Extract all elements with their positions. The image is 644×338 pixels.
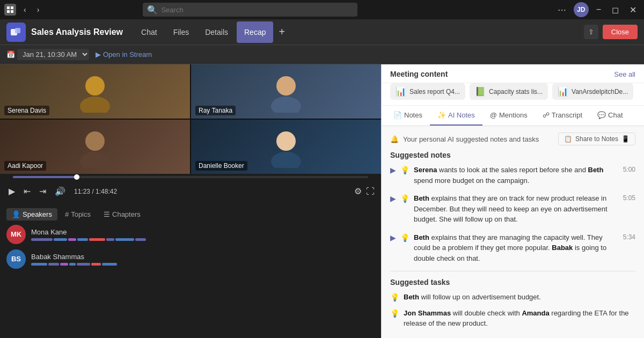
content-card-sales[interactable]: 📊 Sales report Q4... (390, 83, 465, 100)
notes-icon: 📄 (393, 111, 402, 119)
note-time-3: 5:34 (623, 233, 635, 241)
card-icon-capacity: 📗 (475, 86, 486, 97)
notes-tab-chat[interactable]: 💬 Chat (590, 106, 630, 126)
note-lamp-1: 💡 (400, 166, 409, 174)
skip-back-button[interactable]: ⇤ (21, 184, 33, 199)
note-text-1: Serena wants to look at the sales report… (414, 165, 617, 186)
date-dropdown[interactable]: Jan 21, 10:30 AM (17, 49, 89, 60)
volume-button[interactable]: 🔊 (53, 184, 68, 199)
bar-seg (68, 238, 76, 241)
bar-seg (135, 238, 146, 241)
main-content: Serena Davis Ray Tanaka (0, 64, 644, 338)
speaker-item-mona: MK Mona Kane (6, 225, 375, 244)
meeting-content-title: Meeting content (390, 70, 448, 78)
window-close-button[interactable]: ✕ (626, 3, 640, 17)
svg-point-8 (276, 76, 296, 95)
restore-button[interactable]: ◻ (609, 3, 622, 17)
bar-seg (77, 238, 88, 241)
mentions-icon: @ (490, 111, 497, 119)
svg-rect-0 (7, 6, 10, 9)
search-input[interactable] (161, 6, 353, 14)
search-bar[interactable]: 🔍 (143, 3, 357, 17)
note-item-1: ▶ 💡 Serena wants to look at the sales re… (390, 165, 635, 186)
tab-details[interactable]: Details (197, 21, 236, 43)
more-options-button[interactable]: ⋯ (554, 3, 569, 17)
participant-label-1: Serena Davis (4, 106, 49, 115)
chat-icon: 💬 (597, 111, 606, 119)
bar-seg (91, 263, 101, 266)
notes-tab-ai[interactable]: ✨ AI Notes (430, 106, 482, 126)
tab-recap[interactable]: Recap (237, 21, 273, 43)
tab-chapters[interactable]: ☰ Chapters (98, 208, 146, 221)
note-item-3: ▶ 💡 Beth explains that they are managing… (390, 232, 635, 264)
open-in-stream[interactable]: ▶ Open in Stream (96, 50, 152, 58)
bar-seg (31, 263, 47, 266)
svg-point-11 (80, 152, 110, 168)
titlebar-right: ⋯ JD − ◻ ✕ (554, 2, 640, 17)
speaker-avatar-mona: MK (6, 225, 26, 244)
appbar-right: ⇧ Close (584, 25, 638, 39)
ai-header: 🔔 Your personal AI suggested notes and t… (390, 133, 635, 145)
share-notes-button[interactable]: 📋 Share to Notes 📱 (558, 133, 635, 145)
note-expand-2[interactable]: ▶ (390, 194, 396, 203)
add-tab-button[interactable]: + (274, 24, 289, 40)
tab-topics[interactable]: # Topics (60, 208, 96, 221)
tab-files[interactable]: Files (166, 21, 197, 43)
bar-seg (115, 238, 134, 241)
appbar: Sales Analysis Review Chat Files Details… (0, 19, 644, 45)
share-button[interactable]: ⇧ (584, 25, 598, 39)
note-expand-3[interactable]: ▶ (390, 233, 396, 242)
subbar: 📅 Jan 21, 10:30 AM ▶ Open in Stream (0, 45, 644, 64)
see-all-link[interactable]: See all (614, 70, 635, 78)
svg-point-9 (271, 97, 301, 113)
date-selector[interactable]: 📅 Jan 21, 10:30 AM (6, 49, 89, 60)
video-cell-4: Danielle Booker (191, 120, 381, 174)
speaker-name-babak: Babak Shammas (31, 253, 375, 261)
share-notes-icon: 📋 (564, 135, 572, 143)
video-cell-1: Serena Davis (0, 64, 190, 119)
forward-button[interactable]: › (34, 3, 43, 16)
bar-seg (31, 238, 53, 241)
tab-chat[interactable]: Chat (134, 21, 165, 43)
video-cell-3: Aadi Kapoor (0, 120, 190, 174)
tab-speakers[interactable]: 👤 Speakers (6, 208, 57, 221)
card-icon-pitch: 📊 (558, 86, 568, 97)
notes-tab-transcript[interactable]: ☍ Transcript (535, 106, 590, 126)
video-grid: Serena Davis Ray Tanaka (0, 64, 381, 174)
note-expand-1[interactable]: ▶ (390, 166, 396, 174)
notes-tab-mentions[interactable]: @ Mentions (482, 106, 535, 126)
bar-seg (77, 263, 90, 266)
content-card-pitch[interactable]: 📊 VanArsdelpitchDe... (552, 83, 633, 100)
notes-tab-notes[interactable]: 📄 Notes (386, 106, 430, 126)
task-item-2: 💡 Jon Shammas will double check with Ama… (390, 308, 635, 329)
fullscreen-button[interactable]: ⛶ (366, 187, 375, 196)
svg-point-6 (85, 76, 105, 95)
skip-forward-button[interactable]: ⇥ (37, 184, 48, 199)
svg-point-10 (85, 131, 105, 151)
time-display: 11:23 / 1:48:42 (74, 188, 117, 195)
participant-label-4: Danielle Booker (195, 161, 247, 171)
video-settings-button[interactable]: ⚙ (354, 186, 362, 196)
bar-seg (106, 238, 114, 241)
bar-seg (102, 263, 117, 266)
content-cards: 📊 Sales report Q4... 📗 Capacity stats li… (382, 83, 644, 106)
content-card-capacity[interactable]: 📗 Capacity stats lis... (470, 83, 548, 100)
video-progress-bar[interactable] (13, 176, 368, 178)
calendar-icon: 📅 (6, 50, 15, 58)
video-cell-2: Ray Tanaka (191, 64, 381, 119)
user-avatar[interactable]: JD (574, 2, 589, 17)
titlebar: ‹ › 🔍 ⋯ JD − ◻ ✕ (0, 0, 644, 19)
suggested-tasks-title: Suggested tasks (390, 278, 635, 286)
minimize-button[interactable]: − (593, 3, 604, 17)
titlebar-left: ‹ › (4, 3, 42, 16)
transcript-icon: ☍ (543, 111, 550, 119)
close-button[interactable]: Close (603, 25, 638, 39)
notes-content: 🔔 Your personal AI suggested notes and t… (382, 126, 644, 338)
video-area: Serena Davis Ray Tanaka (0, 64, 381, 338)
svg-point-7 (80, 97, 110, 113)
progress-dot (74, 174, 79, 180)
back-button[interactable]: ‹ (20, 3, 30, 16)
right-panel: Meeting content See all 📊 Sales report Q… (381, 64, 644, 338)
play-button[interactable]: ▶ (6, 184, 17, 199)
bar-seg (69, 263, 76, 266)
